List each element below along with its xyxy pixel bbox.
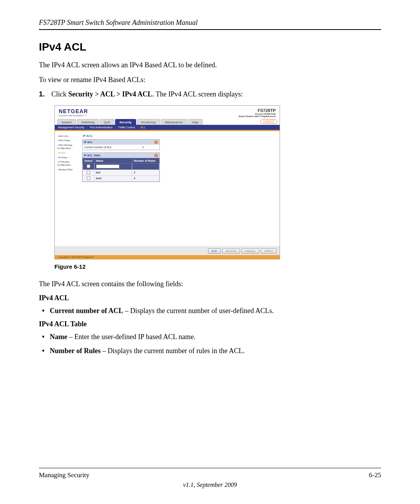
screenshot-figure: NETGEAR Connect with Innovation ™ FS728T…: [54, 105, 381, 259]
row-checkbox[interactable]: [87, 171, 90, 174]
sidebar-ip-binding[interactable]: IP Binding Configuration: [56, 160, 80, 168]
ipv4-acl-field-list: Current number of ACL – Displays the cur…: [39, 306, 381, 315]
sidebar-ip-rules[interactable]: IP Rules: [56, 156, 80, 160]
sidebar-binding-table[interactable]: Binding Table: [56, 168, 80, 172]
footer-right: 6-25: [369, 471, 381, 479]
screenshot-copyright: Copyright © 1996-2007 Netgear ®: [55, 255, 280, 259]
tab-qos[interactable]: QoS: [100, 119, 114, 125]
heading-ipv4-acl: IPv4 ACL: [39, 294, 381, 302]
ip-acl-box-title: IP ACL: [84, 141, 93, 144]
subnav-sep: |: [87, 126, 88, 129]
intro-paragraph-1: The IPv4 ACL screen allows an IPv4 Based…: [39, 60, 381, 70]
step-bold: Security > ACL > IPv4 ACL: [68, 90, 152, 98]
screenshot-footer-buttons: ADD DELETE CANCEL APPLY: [55, 247, 280, 255]
step-suffix: . The IPv4 ACL screen displays:: [152, 90, 243, 98]
tab-help[interactable]: Help: [188, 119, 203, 125]
row-name: test1: [94, 175, 132, 181]
field-rules-bold: Number of Rules: [50, 347, 101, 355]
current-acl-label: Current number of ACL: [84, 146, 139, 149]
current-acl-row: Current number of ACL 2: [82, 145, 159, 150]
heading-ipv4-acl-table: IPv4 ACL Table: [39, 320, 381, 328]
brand-tagline: Connect with Innovation ™: [59, 114, 88, 117]
step-prefix: Click: [51, 90, 68, 98]
section-title: IPv4 ACL: [39, 41, 381, 53]
tab-maintenance[interactable]: Maintenance: [161, 119, 187, 125]
delete-button[interactable]: DELETE: [222, 248, 240, 254]
subnav-mgmt-security[interactable]: Management Security: [58, 126, 84, 129]
tab-security[interactable]: Security: [115, 119, 136, 125]
table-row: test 2: [83, 170, 159, 175]
sub-nav: Management Security| Port Authentication…: [55, 125, 280, 130]
col-name: Name: [94, 158, 132, 163]
figure-caption: Figure 6-12: [54, 263, 381, 270]
footer-version: v1.1, September 2009: [39, 481, 381, 488]
select-all-checkbox[interactable]: [87, 164, 90, 168]
apply-button[interactable]: APPLY: [261, 248, 276, 254]
help-icon[interactable]: ?: [154, 154, 158, 157]
screenshot-body: MAC ACL MAC Rules MAC Binding Configurat…: [55, 130, 280, 247]
doc-footer: Managing Security 6-25 v1.1, September 2…: [39, 468, 381, 488]
ip-acl-box: IP ACL ? Current number of ACL 2: [82, 139, 160, 150]
tab-monitoring[interactable]: Monitoring: [137, 119, 160, 125]
field-rules-rest: – Displays the current number of rules i…: [101, 347, 245, 355]
model-sub2: Smart Switch with 4 Gigabit ports: [238, 115, 276, 117]
ip-acl-table-head: IP ACL Table ?: [82, 153, 159, 158]
screenshot-header: NETGEAR Connect with Innovation ™ FS728T…: [55, 106, 280, 119]
row-rules: 4: [132, 175, 159, 181]
field-name-rest: – Enter the user-defined IP based ACL na…: [67, 333, 196, 341]
doc-header: FS728TP Smart Switch Software Administra…: [39, 19, 381, 30]
tab-switching[interactable]: Switching: [77, 119, 99, 125]
col-number-rules: Number of Rules: [132, 158, 159, 163]
subnav-traffic-control[interactable]: Traffic Control: [118, 126, 135, 129]
ip-acl-table-box: IP ACL Table ? Select Name Number of Rul…: [82, 152, 160, 182]
ip-acl-box-head: IP ACL ?: [82, 140, 159, 145]
current-acl-value: 2: [142, 146, 158, 149]
screenshot: NETGEAR Connect with Innovation ™ FS728T…: [54, 105, 280, 259]
ipv4-acl-table-field-list: Name – Enter the user-defined IP based A…: [39, 332, 381, 356]
acl-table: Select Name Number of Rules test: [82, 158, 159, 182]
ip-acl-table-title: IP ACL Table: [84, 154, 100, 157]
add-button[interactable]: ADD: [208, 248, 221, 254]
table-input-row: [83, 163, 159, 170]
subnav-port-auth[interactable]: Port Authentication: [90, 126, 113, 129]
step-1: 1. Click Security > ACL > IPv4 ACL. The …: [39, 90, 381, 98]
help-icon[interactable]: ?: [154, 140, 158, 144]
footer-left: Managing Security: [39, 471, 89, 479]
table-row: test1 4: [83, 175, 159, 181]
row-checkbox[interactable]: [87, 177, 90, 180]
step-text: Click Security > ACL > IPv4 ACL. The IPv…: [51, 90, 243, 98]
main-tabs: System Switching QoS Security Monitoring…: [55, 119, 280, 125]
after-figure-paragraph: The IPv4 ACL screen contains the followi…: [39, 279, 381, 289]
cancel-button[interactable]: CANCEL: [242, 248, 259, 254]
field-number-rules: Number of Rules – Displays the current n…: [50, 346, 381, 355]
subnav-sep: |: [137, 126, 138, 129]
model-name: FS728TP: [238, 108, 276, 113]
col-select: Select: [83, 158, 94, 163]
field-name-bold: Name: [50, 333, 67, 341]
panel-title: IP ACL: [83, 134, 277, 138]
table-header-row: Select Name Number of Rules: [83, 158, 159, 163]
field-name: Name – Enter the user-defined IP based A…: [50, 332, 381, 341]
subnav-sep: |: [115, 126, 116, 129]
brand-logo: NETGEAR Connect with Innovation ™: [59, 108, 88, 117]
sidebar-mac-rules[interactable]: MAC Rules: [56, 138, 80, 143]
intro-paragraph-2: To view or rename IPv4 Based ACLs:: [39, 75, 381, 84]
main-panel: IP ACL IP ACL ? Current number of ACL 2 …: [82, 131, 280, 247]
field-current-number: Current number of ACL – Displays the cur…: [50, 306, 381, 315]
row-name: test: [94, 170, 132, 175]
sidebar: MAC ACL MAC Rules MAC Binding Configurat…: [55, 131, 82, 247]
field-current-rest: – Displays the current number of user-de…: [123, 307, 274, 315]
brand-name: NETGEAR: [59, 108, 88, 114]
sidebar-mac-binding[interactable]: MAC Binding Configuration: [56, 143, 80, 151]
sidebar-mac-acl[interactable]: MAC ACL: [56, 134, 80, 139]
name-input[interactable]: [96, 164, 119, 168]
tab-system[interactable]: System: [57, 119, 76, 125]
row-rules: 2: [132, 170, 159, 175]
sidebar-ip-acl[interactable]: IP ACL: [56, 151, 80, 156]
logout-button[interactable]: LOGOUT: [260, 119, 277, 124]
step-number: 1.: [39, 90, 47, 98]
model-block: FS728TP 24-port 10/100 PoE Smart Switch …: [238, 108, 276, 117]
field-current-bold: Current number of ACL: [50, 307, 123, 315]
subnav-acl[interactable]: ACL: [140, 126, 146, 129]
